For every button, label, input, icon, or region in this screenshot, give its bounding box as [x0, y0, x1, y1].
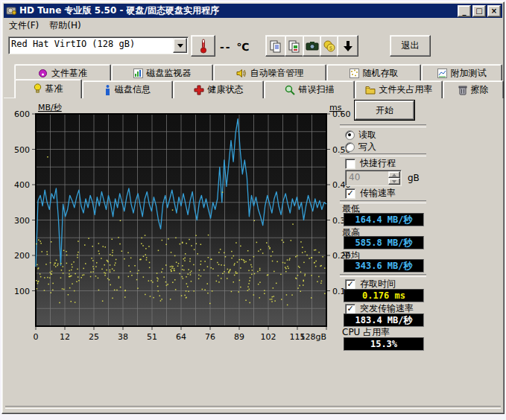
- avg-value: 343.6 MB/秒: [344, 259, 424, 273]
- transfer-rate-option[interactable]: ✓ 传输速率: [345, 187, 396, 200]
- separator: [340, 274, 426, 277]
- separator: [340, 124, 426, 127]
- magnifier-icon: [285, 85, 295, 95]
- svg-text:ms: ms: [329, 103, 342, 112]
- tab-health[interactable]: 健康状态: [173, 80, 264, 98]
- info-icon: [104, 85, 111, 95]
- maximize-button[interactable]: □: [472, 5, 486, 17]
- access-time-checkbox[interactable]: ✓: [345, 279, 355, 290]
- svg-text:100: 100: [14, 287, 30, 296]
- read-radio[interactable]: [345, 130, 355, 140]
- svg-text:MB/秒: MB/秒: [38, 103, 63, 112]
- svg-text:400: 400: [14, 180, 30, 190]
- cpu-usage-value: 15.3%: [344, 337, 424, 351]
- short-stroke-unit: gB: [408, 173, 420, 183]
- tab-benchmark[interactable]: 基准: [14, 79, 82, 98]
- read-mode-option[interactable]: 读取: [345, 129, 376, 141]
- svg-text:12: 12: [60, 332, 70, 342]
- svg-text:25: 25: [89, 332, 99, 342]
- tab-error-scan[interactable]: 错误扫描: [264, 80, 355, 98]
- extra-tests-icon: [437, 69, 447, 78]
- svg-text:102: 102: [261, 332, 276, 342]
- separator: [340, 153, 426, 156]
- exit-button[interactable]: 退出: [390, 35, 431, 57]
- transfer-rate-checkbox[interactable]: ✓: [345, 188, 355, 199]
- lightbulb-icon: [34, 83, 42, 95]
- start-button[interactable]: 开始: [355, 101, 414, 120]
- write-mode-option[interactable]: 写入: [345, 141, 376, 153]
- benchmark-chart: 6005004003002001000.600.500.400.300.200.…: [2, 2, 360, 352]
- short-stroke-size-input[interactable]: 40: [345, 170, 402, 186]
- svg-text:0: 0: [34, 332, 39, 342]
- folder-icon: [365, 86, 376, 95]
- svg-text:89: 89: [234, 332, 244, 342]
- min-value: 164.4 MB/秒: [344, 213, 424, 226]
- tab-row-primary: 基准 磁盘信息 健康状态 错误扫描 文件夹占用率 擦除: [14, 80, 504, 98]
- short-stroke-checkbox[interactable]: ✓: [345, 159, 355, 169]
- tab-disk-info[interactable]: 磁盘信息: [82, 80, 173, 98]
- spin-down-icon[interactable]: [388, 178, 400, 185]
- minimize-button[interactable]: _: [458, 5, 471, 17]
- tab-erase[interactable]: 擦除: [443, 80, 504, 98]
- status-divider: [5, 406, 501, 409]
- access-time-value: 0.176 ms: [344, 289, 424, 302]
- svg-text:500: 500: [14, 145, 30, 155]
- tab-folder-usage[interactable]: 文件夹占用率: [355, 80, 443, 98]
- burst-rate-value: 183.4 MB/秒: [344, 314, 424, 327]
- write-radio[interactable]: [345, 142, 355, 152]
- short-stroke-option[interactable]: ✓ 快捷行程: [345, 157, 396, 170]
- spin-up-icon[interactable]: [388, 171, 400, 178]
- burst-rate-checkbox[interactable]: ✓: [345, 304, 355, 314]
- red-cross-icon: [194, 85, 204, 95]
- svg-text:200: 200: [14, 251, 30, 261]
- svg-text:128gB: 128gB: [300, 332, 326, 342]
- trash-icon: [458, 85, 467, 95]
- svg-text:76: 76: [205, 332, 215, 342]
- svg-text:64: 64: [176, 332, 186, 342]
- svg-text:300: 300: [14, 216, 30, 226]
- close-button[interactable]: ×: [487, 5, 501, 17]
- tab-extra-tests[interactable]: 附加测试: [421, 64, 502, 81]
- svg-text:38: 38: [118, 332, 128, 342]
- svg-text:600: 600: [14, 109, 30, 119]
- max-value: 585.8 MB/秒: [344, 236, 424, 249]
- app-window: HD Tune 专业版 5.50 - 硬盘/固态硬盘实用程序 _ □ × 文件(…: [1, 1, 505, 414]
- svg-text:51: 51: [147, 332, 157, 342]
